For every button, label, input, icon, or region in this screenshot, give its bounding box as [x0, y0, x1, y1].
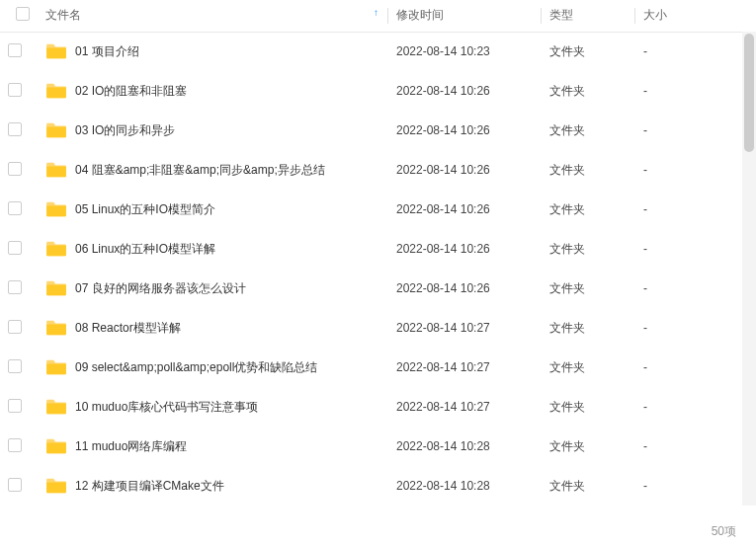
select-all-checkbox[interactable]	[16, 7, 30, 21]
table-row[interactable]: 02 IO的阻塞和非阻塞 2022-08-14 10:26 文件夹 -	[0, 71, 756, 111]
column-header-type[interactable]: 类型	[542, 0, 635, 32]
file-type: 文件夹	[542, 190, 635, 229]
table-row[interactable]: 11 muduo网络库编程 2022-08-14 10:28 文件夹 -	[0, 427, 756, 466]
file-type: 文件夹	[542, 32, 635, 71]
file-type: 文件夹	[542, 348, 635, 387]
column-header-size[interactable]: 大小	[635, 0, 756, 32]
file-name: 09 select&amp;poll&amp;epoll优势和缺陷总结	[75, 359, 317, 376]
file-type: 文件夹	[542, 229, 635, 269]
file-mtime: 2022-08-14 10:27	[388, 348, 542, 387]
file-type: 文件夹	[542, 150, 635, 190]
row-checkbox[interactable]	[8, 162, 22, 176]
file-type: 文件夹	[542, 71, 635, 111]
file-mtime: 2022-08-14 10:26	[388, 111, 542, 150]
table-row[interactable]: 08 Reactor模型详解 2022-08-14 10:27 文件夹 -	[0, 308, 756, 348]
file-mtime: 2022-08-14 10:23	[388, 32, 542, 71]
file-mtime: 2022-08-14 10:26	[388, 71, 542, 111]
row-checkbox[interactable]	[8, 438, 22, 452]
file-size: -	[635, 150, 756, 190]
file-mtime: 2022-08-14 10:26	[388, 269, 542, 308]
file-name: 11 muduo网络库编程	[75, 438, 187, 455]
file-type: 文件夹	[542, 466, 635, 506]
file-name: 03 IO的同步和异步	[75, 122, 175, 139]
table-row[interactable]: 06 Linux的五种IO模型详解 2022-08-14 10:26 文件夹 -	[0, 229, 756, 269]
table-row[interactable]: 12 构建项目编译CMake文件 2022-08-14 10:28 文件夹 -	[0, 466, 756, 506]
column-header-name[interactable]: 文件名 ↑	[38, 0, 388, 32]
file-name: 01 项目介绍	[75, 43, 139, 60]
folder-icon	[45, 398, 67, 416]
column-label: 文件名	[45, 8, 81, 22]
row-checkbox[interactable]	[8, 280, 22, 294]
table-row[interactable]: 03 IO的同步和异步 2022-08-14 10:26 文件夹 -	[0, 111, 756, 150]
file-type: 文件夹	[542, 387, 635, 427]
table-header: 文件名 ↑ 修改时间 类型 大小	[0, 0, 756, 32]
file-size: -	[635, 427, 756, 466]
folder-icon	[45, 82, 67, 100]
folder-icon	[45, 437, 67, 455]
file-size: -	[635, 308, 756, 348]
table-row[interactable]: 09 select&amp;poll&amp;epoll优势和缺陷总结 2022…	[0, 348, 756, 387]
file-name: 10 muduo库核心代码书写注意事项	[75, 399, 258, 416]
row-checkbox[interactable]	[8, 478, 22, 492]
vertical-scrollbar[interactable]	[742, 32, 756, 506]
file-size: -	[635, 348, 756, 387]
column-header-mtime[interactable]: 修改时间	[388, 0, 542, 32]
folder-icon	[45, 121, 67, 139]
file-name: 02 IO的阻塞和非阻塞	[75, 83, 187, 100]
file-type: 文件夹	[542, 111, 635, 150]
folder-icon	[45, 477, 67, 495]
folder-icon	[45, 279, 67, 297]
file-name: 12 构建项目编译CMake文件	[75, 478, 224, 495]
file-type: 文件夹	[542, 427, 635, 466]
table-row[interactable]: 10 muduo库核心代码书写注意事项 2022-08-14 10:27 文件夹…	[0, 387, 756, 427]
table-row[interactable]: 04 阻塞&amp;非阻塞&amp;同步&amp;异步总结 2022-08-14…	[0, 150, 756, 190]
table-row[interactable]: 07 良好的网络服务器该怎么设计 2022-08-14 10:26 文件夹 -	[0, 269, 756, 308]
file-size: -	[635, 229, 756, 269]
table-row[interactable]: 05 Linux的五种IO模型简介 2022-08-14 10:26 文件夹 -	[0, 190, 756, 229]
file-size: -	[635, 111, 756, 150]
folder-icon	[45, 161, 67, 179]
file-mtime: 2022-08-14 10:27	[388, 308, 542, 348]
folder-icon	[45, 358, 67, 376]
row-checkbox[interactable]	[8, 359, 22, 373]
file-mtime: 2022-08-14 10:26	[388, 190, 542, 229]
folder-icon	[45, 42, 67, 60]
file-size: -	[635, 32, 756, 71]
folder-icon	[45, 240, 67, 258]
row-checkbox[interactable]	[8, 122, 22, 136]
row-checkbox[interactable]	[8, 241, 22, 255]
file-size: -	[635, 190, 756, 229]
file-name: 08 Reactor模型详解	[75, 320, 181, 337]
file-mtime: 2022-08-14 10:27	[388, 387, 542, 427]
row-checkbox[interactable]	[8, 201, 22, 215]
row-checkbox[interactable]	[8, 83, 22, 97]
file-mtime: 2022-08-14 10:28	[388, 466, 542, 506]
folder-icon	[45, 200, 67, 218]
file-mtime: 2022-08-14 10:26	[388, 229, 542, 269]
column-label: 修改时间	[396, 8, 444, 22]
file-mtime: 2022-08-14 10:26	[388, 150, 542, 190]
file-name: 05 Linux的五种IO模型简介	[75, 201, 215, 218]
folder-icon	[45, 319, 67, 337]
sort-ascending-icon: ↑	[374, 7, 378, 18]
status-bar-count: 50项	[712, 523, 736, 540]
file-size: -	[635, 466, 756, 506]
row-checkbox[interactable]	[8, 399, 22, 413]
file-type: 文件夹	[542, 308, 635, 348]
file-name: 07 良好的网络服务器该怎么设计	[75, 280, 246, 297]
scroll-thumb[interactable]	[744, 34, 754, 152]
file-size: -	[635, 387, 756, 427]
table-row[interactable]: 01 项目介绍 2022-08-14 10:23 文件夹 -	[0, 32, 756, 71]
row-checkbox[interactable]	[8, 320, 22, 334]
file-type: 文件夹	[542, 269, 635, 308]
file-name: 06 Linux的五种IO模型详解	[75, 241, 215, 258]
file-name: 04 阻塞&amp;非阻塞&amp;同步&amp;异步总结	[75, 162, 325, 179]
row-checkbox[interactable]	[8, 43, 22, 57]
file-list-table: 文件名 ↑ 修改时间 类型 大小 01 项目介绍	[0, 0, 756, 506]
column-label: 大小	[643, 8, 667, 22]
file-mtime: 2022-08-14 10:28	[388, 427, 542, 466]
column-label: 类型	[549, 8, 573, 22]
file-size: -	[635, 269, 756, 308]
file-size: -	[635, 71, 756, 111]
